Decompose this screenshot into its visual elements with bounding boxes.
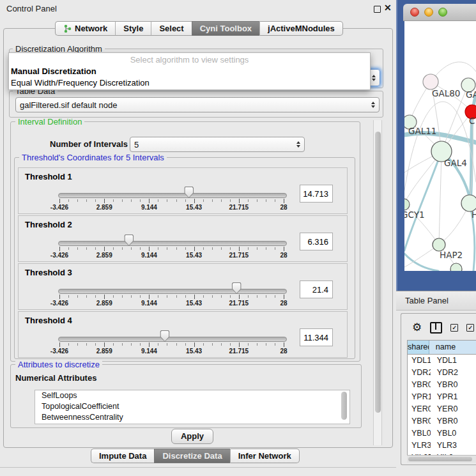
- slider-track[interactable]: [58, 241, 287, 246]
- slider-track[interactable]: [58, 337, 287, 342]
- slider-handle[interactable]: [124, 234, 134, 246]
- slider-major-ticks: [59, 295, 285, 299]
- network-node[interactable]: [423, 74, 438, 89]
- threshold-value-input[interactable]: 14.713: [300, 185, 333, 203]
- combo-arrows-icon: [296, 141, 300, 148]
- threshold-panel: Threshold 2 -3.4262.8599.14415.4321.7152…: [18, 215, 348, 262]
- network-node[interactable]: [404, 199, 410, 210]
- tick-label: 21.715: [229, 252, 249, 259]
- table-cell: YBR045C: [408, 415, 431, 427]
- network-edge[interactable]: [439, 151, 441, 245]
- tick-label: 2.859: [96, 204, 112, 211]
- tick-label: 28: [280, 204, 287, 211]
- slider-track[interactable]: [58, 289, 287, 294]
- control-panel: Control Panel ✕ NetworkStyleSelectCyni T…: [0, 0, 396, 468]
- network-node[interactable]: [450, 263, 462, 271]
- tab-select[interactable]: Select: [151, 21, 191, 36]
- table-data-combo[interactable]: galFiltered.sif default node: [15, 97, 380, 112]
- combo-arrows-icon: [372, 75, 376, 81]
- tick-label: 2.859: [96, 300, 112, 307]
- table-row[interactable]: YLR345WYLR3: [408, 440, 476, 452]
- tab-cyni-toolbox[interactable]: Cyni Toolbox: [192, 21, 259, 36]
- threshold-value-input[interactable]: 21.4: [300, 280, 333, 298]
- tab-style[interactable]: Style: [115, 21, 151, 36]
- tab-label: Select: [159, 22, 183, 35]
- attribute-list-item[interactable]: SelfLoops: [35, 390, 349, 401]
- threshold-label: Threshold 2: [25, 220, 72, 229]
- table-row[interactable]: YER054CYER0: [408, 403, 476, 415]
- network-edge[interactable]: [404, 151, 441, 250]
- tab-jactivemnodules[interactable]: jActiveMNodules: [259, 21, 343, 36]
- tick-label: 15.43: [186, 348, 202, 355]
- vertical-scrollbar[interactable]: [373, 120, 382, 445]
- node-table[interactable]: shared…name YDL19…YDL1YDR27…YDR2YBR043CY…: [407, 340, 476, 456]
- table-panel-toolbar: ⚙ ✓ ✓: [412, 319, 476, 336]
- tick-label: 9.144: [141, 300, 157, 307]
- popup-options: Manual DiscretizationEqual Width/Frequen…: [9, 66, 370, 89]
- popup-hint: Select algorithm to view settings: [9, 53, 370, 66]
- tab-network[interactable]: Network: [55, 21, 115, 36]
- table-row[interactable]: YPR145WYPR1: [408, 391, 476, 403]
- minimize-traffic-light-icon[interactable]: [424, 8, 433, 17]
- table-cell: YPR145W: [408, 391, 431, 403]
- threshold-value-input[interactable]: 6.316: [300, 233, 333, 250]
- tick-label: 15.43: [186, 252, 202, 259]
- slider-handle[interactable]: [184, 187, 194, 198]
- slider-handle[interactable]: [232, 282, 242, 294]
- tick-label: -3.426: [50, 300, 68, 307]
- tab-infer-network[interactable]: Infer Network: [230, 449, 300, 463]
- table-row[interactable]: YBR045CYBR0: [408, 415, 476, 427]
- column-checkbox-icon[interactable]: ✓: [466, 324, 474, 332]
- network-node[interactable]: [433, 238, 445, 251]
- attribute-list-item[interactable]: TopologicalCoefficient: [35, 401, 349, 412]
- apply-button[interactable]: Apply: [171, 429, 213, 444]
- vertical-scrollbar-thumb[interactable]: [375, 132, 381, 413]
- tick-label: -3.426: [50, 204, 68, 211]
- close-traffic-light-icon[interactable]: [410, 8, 419, 17]
- tick-label: 15.43: [186, 204, 202, 211]
- horizontal-scrollbar[interactable]: [407, 455, 476, 463]
- popup-option-manual-discretization[interactable]: Manual Discretization: [9, 66, 370, 77]
- column-header-shared-[interactable]: shared…: [408, 341, 429, 355]
- combo-arrows-icon: [371, 102, 375, 108]
- table-cell: YLR345W: [408, 440, 431, 452]
- tab-impute-data[interactable]: Impute Data: [91, 449, 154, 463]
- slider-track[interactable]: [58, 193, 287, 198]
- numerical-attributes-label: Numerical Attributes: [15, 373, 96, 383]
- horizontal-scrollbar-thumb[interactable]: [408, 457, 472, 461]
- tick-label: 21.715: [229, 204, 249, 211]
- numerical-attributes-list[interactable]: SelfLoopsTopologicalCoefficientBetweenne…: [35, 390, 350, 424]
- node-label-gal11: GAL11: [408, 126, 436, 136]
- close-icon[interactable]: ✕: [384, 3, 392, 13]
- network-window-titlebar[interactable]: [403, 4, 476, 21]
- threshold-value-input[interactable]: 11.344: [300, 328, 333, 346]
- tab-label: Infer Network: [238, 449, 291, 463]
- node-label-ga: GA: [466, 89, 476, 100]
- table-row[interactable]: YDR27…YDR2: [408, 367, 476, 379]
- attribute-list-item[interactable]: BetweennessCentrality: [35, 412, 349, 423]
- table-cell: YER0: [431, 403, 476, 415]
- number-of-intervals-combo[interactable]: 5: [130, 137, 305, 152]
- slider-major-ticks: [59, 199, 285, 203]
- attributes-scrollbar-thumb[interactable]: [341, 392, 347, 420]
- zoom-traffic-light-icon[interactable]: [438, 8, 447, 17]
- tab-label: Network: [75, 22, 107, 35]
- tick-label: 28: [280, 348, 287, 355]
- split-columns-icon[interactable]: [430, 322, 442, 334]
- column-header-name[interactable]: name: [429, 341, 476, 355]
- settings-gear-icon[interactable]: ⚙: [412, 321, 422, 334]
- node-label-gal80: GAL80: [432, 88, 460, 98]
- algorithm-dropdown-popup: Select algorithm to view settings Manual…: [8, 52, 371, 90]
- popup-option-equal-width-frequency-discretization[interactable]: Equal Width/Frequency Discretization: [9, 77, 370, 89]
- table-row[interactable]: YBR043CYBR0: [408, 379, 476, 391]
- network-canvas[interactable]: GAL80GACGAL11GAL4GCY1HHAP2: [404, 21, 476, 271]
- table-row[interactable]: YBL079WYBL0: [408, 427, 476, 440]
- table-row[interactable]: YDL19…YDL1: [408, 355, 476, 367]
- threshold-panel: Threshold 3 -3.4262.8599.14415.4321.7152…: [18, 263, 348, 310]
- table-data-combo-value: galFiltered.sif default node: [20, 100, 369, 110]
- tab-discretize-data[interactable]: Discretize Data: [154, 449, 229, 463]
- slider-handle[interactable]: [160, 330, 169, 342]
- float-window-icon[interactable]: [374, 6, 381, 13]
- slider-major-ticks: [59, 247, 285, 251]
- column-checkbox-icon[interactable]: ✓: [450, 324, 458, 332]
